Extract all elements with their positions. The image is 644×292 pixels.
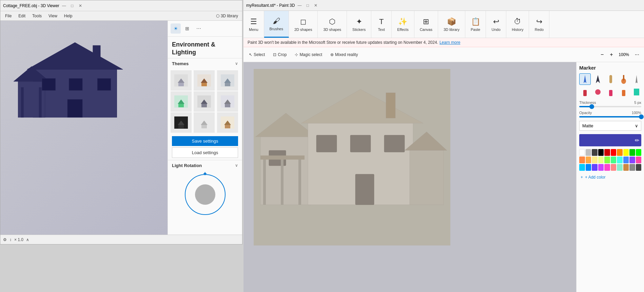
color-lightpink[interactable] — [611, 164, 617, 171]
toolbar-menu[interactable]: ☰ Menu — [243, 11, 264, 38]
color-tan[interactable] — [623, 164, 629, 171]
color-darkgreen[interactable] — [629, 149, 635, 156]
color-lime[interactable] — [604, 157, 610, 163]
color-seafoam[interactable] — [617, 164, 623, 171]
paint3d-maximize-btn[interactable]: □ — [304, 2, 311, 9]
menu-file[interactable]: File — [2, 12, 15, 20]
grid-icon[interactable]: ⊞ — [182, 23, 192, 34]
color-red[interactable] — [611, 149, 617, 156]
select-tool[interactable]: ↖ Select — [246, 51, 268, 58]
brush-pen[interactable] — [631, 73, 642, 85]
brush-pencil[interactable] — [605, 86, 617, 98]
brush-smear[interactable] — [618, 86, 629, 98]
brush-pixel[interactable] — [631, 86, 642, 98]
color-cyan[interactable] — [579, 164, 585, 171]
toolbar-paste[interactable]: 📋 Paste — [465, 11, 486, 38]
brush-oil[interactable] — [605, 73, 617, 85]
crop-tool[interactable]: ⊡ Crop — [270, 51, 289, 58]
zoom-plus-btn[interactable]: + — [608, 51, 615, 58]
learn-more-link[interactable]: Learn more — [440, 40, 460, 45]
brush-highlighter[interactable] — [579, 86, 591, 98]
maximize-btn[interactable]: □ — [69, 2, 76, 9]
toolbar-undo[interactable]: ↩ Undo — [486, 11, 506, 38]
light-dial[interactable]: ✦ — [185, 174, 226, 215]
toolbar-text[interactable]: T Text — [371, 11, 392, 38]
theme-cell-2[interactable] — [194, 70, 215, 91]
menu-edit[interactable]: Edit — [15, 12, 29, 20]
thickness-thumb[interactable] — [589, 104, 594, 109]
toolbar-2d-shapes[interactable]: ◻ 2D shapes — [289, 11, 318, 38]
color-dgrey[interactable] — [592, 149, 598, 156]
color-purple[interactable] — [629, 157, 635, 163]
load-settings-btn[interactable]: Load settings — [172, 147, 238, 158]
eyedropper-icon[interactable]: ✏ — [635, 137, 639, 144]
brush-marker-1[interactable] — [579, 73, 591, 85]
menu-help[interactable]: Help — [61, 12, 76, 20]
viewer-3d-library-btn[interactable]: ⬡ 3D library — [213, 13, 241, 19]
color-mint[interactable] — [611, 157, 617, 163]
theme-cell-6[interactable] — [217, 91, 238, 112]
color-yellow[interactable] — [623, 149, 629, 156]
viewer-canvas[interactable] — [0, 21, 168, 235]
mixed-reality-tool[interactable]: ⊛ Mixed reality — [328, 51, 360, 58]
sun-icon[interactable]: ☀ — [171, 23, 181, 34]
opacity-thumb[interactable] — [639, 114, 644, 119]
color-lightorange[interactable] — [579, 157, 585, 163]
current-color-swatch[interactable]: ✏ — [579, 134, 641, 146]
color-black[interactable] — [598, 149, 604, 156]
toolbar-3d-library[interactable]: 📦 3D library — [438, 11, 465, 38]
theme-cell-1[interactable] — [171, 70, 192, 91]
toolbar-redo[interactable]: ↪ Redo — [529, 11, 549, 38]
paint3d-minimize-btn[interactable]: — — [296, 2, 303, 9]
paint3d-close-btn[interactable]: ✕ — [312, 2, 319, 9]
dots-icon[interactable]: ⋯ — [194, 23, 204, 34]
light-rotation-header[interactable]: Light Rotation ∨ — [168, 160, 242, 171]
close-btn[interactable]: ✕ — [77, 2, 84, 9]
color-midgrey[interactable] — [629, 164, 635, 171]
matte-dropdown[interactable]: Matte ∨ — [579, 121, 641, 131]
theme-cell-3[interactable] — [217, 70, 238, 91]
color-lgrey[interactable] — [586, 149, 591, 156]
color-darkred[interactable] — [604, 149, 610, 156]
theme-cell-9[interactable] — [217, 112, 238, 133]
toolbar-3d-shapes[interactable]: ⬡ 3D shapes — [318, 11, 347, 38]
color-green[interactable] — [636, 149, 642, 156]
light-dial-handle[interactable] — [195, 184, 215, 205]
scale-up-btn[interactable]: ∧ — [26, 237, 29, 242]
toolbar-brushes[interactable]: 🖌 Brushes — [264, 11, 289, 38]
color-white[interactable] — [579, 149, 585, 156]
color-indigo[interactable] — [592, 164, 598, 171]
color-violet[interactable] — [598, 164, 604, 171]
menu-tools[interactable]: Tools — [29, 12, 45, 20]
magic-select-tool[interactable]: ⊹ Magic select — [292, 51, 325, 58]
color-lightyellow[interactable] — [592, 157, 598, 163]
color-hotpink[interactable] — [604, 164, 610, 171]
color-limeyellow[interactable] — [598, 157, 604, 163]
color-amber[interactable] — [586, 157, 591, 163]
more-options-btn[interactable]: ··· — [633, 51, 641, 58]
add-color-btn[interactable]: + + Add color — [579, 174, 641, 181]
theme-cell-5[interactable] — [194, 91, 215, 112]
save-settings-btn[interactable]: Save settings — [172, 136, 238, 146]
color-blue[interactable] — [623, 157, 629, 163]
toolbar-effects[interactable]: ✨ Effects — [392, 11, 414, 38]
canvas-area[interactable] — [243, 62, 576, 292]
brush-watercolor[interactable] — [618, 73, 629, 85]
brush-calligraphy[interactable] — [592, 73, 604, 85]
color-charcoal[interactable] — [636, 164, 642, 171]
themes-section-header[interactable]: Themes ∨ — [168, 58, 242, 69]
brush-spray[interactable] — [592, 86, 604, 98]
theme-cell-8[interactable] — [194, 112, 215, 133]
color-pink[interactable] — [636, 157, 642, 163]
color-cornblue[interactable] — [586, 164, 591, 171]
toolbar-stickers[interactable]: ✦ Stickers — [347, 11, 371, 38]
minimize-btn[interactable]: — — [61, 2, 67, 9]
theme-cell-7[interactable] — [171, 112, 192, 133]
zoom-minus-btn[interactable]: − — [599, 51, 606, 58]
toolbar-history[interactable]: ⏱ History — [506, 11, 529, 38]
theme-cell-4[interactable] — [171, 91, 192, 112]
color-teal[interactable] — [617, 157, 623, 163]
menu-view[interactable]: View — [45, 12, 61, 20]
toolbar-canvas[interactable]: ⊞ Canvas — [414, 11, 438, 38]
color-orange[interactable] — [617, 149, 623, 156]
